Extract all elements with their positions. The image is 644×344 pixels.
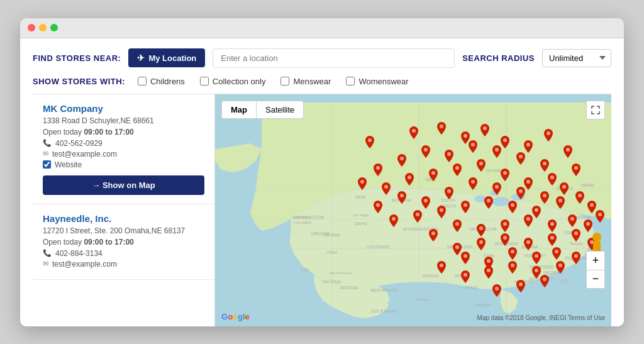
phone-icon: 📞: [43, 139, 52, 147]
store-hours-hayneedle: Open today 09:00 to 17:00: [43, 238, 204, 247]
radius-select[interactable]: Unlimited 10 km 25 km 50 km 100 km: [542, 49, 611, 67]
store-email-mk: test@example.com: [52, 150, 117, 158]
fullscreen-icon: [591, 106, 600, 114]
svg-text:KANSAS: KANSAS: [423, 274, 440, 278]
phone-icon-hayneedle: 📞: [43, 249, 52, 257]
filter-collection[interactable]: Collection only: [200, 77, 266, 86]
zoom-out-button[interactable]: −: [586, 270, 605, 289]
svg-text:COLORADO: COLORADO: [367, 244, 390, 248]
store-email-row-hayneedle: ✉ test@example.com: [43, 260, 204, 269]
filter-collection-label: Collection only: [213, 77, 266, 86]
zoom-in-button[interactable]: +: [586, 251, 605, 270]
find-label: FIND STORES NEAR:: [33, 53, 121, 63]
svg-text:IOWA: IOWA: [484, 253, 495, 257]
svg-text:SASK: SASK: [355, 194, 367, 199]
svg-text:Gulf of Mexico: Gulf of Mexico: [371, 308, 397, 313]
map-fullscreen-button[interactable]: [586, 101, 605, 119]
google-logo: Google: [221, 312, 250, 321]
svg-text:TEXAS: TEXAS: [465, 285, 479, 289]
svg-text:S.C.: S.C.: [561, 279, 569, 284]
svg-text:SOUTH: SOUTH: [423, 226, 438, 231]
svg-text:BRITISH: BRITISH: [296, 216, 309, 219]
svg-text:Las Vegas: Las Vegas: [353, 213, 369, 216]
checkbox-group: Childrens Collection only Menswear Women…: [138, 77, 409, 86]
store-website-label-mk: Website: [55, 160, 82, 169]
map-tabs: Map Satellite: [221, 101, 304, 119]
svg-point-1: [492, 197, 509, 206]
store-website-checkbox-mk[interactable]: [43, 160, 51, 169]
svg-text:ARIZONA: ARIZONA: [340, 285, 358, 289]
store-website-row-mk: Website: [43, 160, 204, 169]
svg-text:LOS: LOS: [301, 267, 310, 272]
filter-menswear[interactable]: Menswear: [280, 77, 331, 86]
svg-text:Montreal: Montreal: [574, 215, 590, 219]
show-stores-label: SHOW STORES WITH:: [33, 77, 125, 86]
svg-text:SOUTH: SOUTH: [441, 197, 455, 202]
store-name-mk: MK Company: [43, 103, 204, 114]
filter-womenswear[interactable]: Womenswear: [346, 77, 408, 86]
store-address-mk: 1338 Road D Schuyler,NE 68661: [43, 116, 204, 125]
location-arrow-icon: ✈: [137, 53, 145, 63]
svg-text:WYOMING: WYOMING: [403, 226, 423, 231]
my-location-button[interactable]: ✈ My Location: [128, 48, 205, 67]
map-tab-satellite[interactable]: Satellite: [256, 101, 304, 119]
svg-text:UTAH: UTAH: [326, 250, 337, 254]
svg-text:ALABAMA: ALABAMA: [514, 279, 534, 284]
minimize-dot[interactable]: [39, 24, 47, 31]
svg-text:DAKOTA: DAKOTA: [440, 203, 457, 208]
map-area[interactable]: NEBRASKA WYOMING COLORADO UTAH NEVADA LO…: [215, 94, 611, 326]
show-on-map-button-mk[interactable]: → Show on Map: [43, 175, 204, 195]
map-zoom-controls: + −: [586, 251, 605, 289]
email-icon-hayneedle: ✉: [43, 260, 48, 268]
filter-womenswear-checkbox[interactable]: [346, 77, 355, 86]
close-dot[interactable]: [28, 24, 35, 31]
store-phone-row-hayneedle: 📞 402-884-3134: [43, 249, 204, 258]
store-address-hayneedle: 12720 I Street, Ste. 200 Omaha,NE 68137: [43, 226, 204, 235]
filter-menswear-label: Menswear: [293, 77, 331, 86]
svg-text:San Diego: San Diego: [322, 279, 341, 284]
titlebar: [20, 18, 624, 38]
main-content: FIND STORES NEAR: ✈ My Location SEARCH R…: [20, 38, 624, 326]
svg-text:OREGON: OREGON: [311, 231, 329, 236]
location-input[interactable]: [213, 48, 455, 68]
store-name-hayneedle: Hayneedle, Inc.: [43, 213, 204, 224]
store-phone-row-mk: 📞 402-562-0929: [43, 139, 204, 148]
svg-point-134: [592, 233, 601, 241]
svg-text:MANI: MANI: [426, 177, 436, 182]
filter-menswear-checkbox[interactable]: [280, 77, 289, 86]
store-phone-mk: 402-562-0929: [55, 139, 103, 148]
svg-point-4: [490, 190, 499, 196]
main-area: MK Company 1338 Road D Schuyler,NE 68661…: [33, 94, 611, 326]
svg-text:COLUMBIA: COLUMBIA: [293, 220, 311, 224]
svg-text:Ottawa: Ottawa: [564, 230, 577, 234]
svg-text:MINNESOTA: MINNESOTA: [469, 226, 497, 231]
maximize-dot[interactable]: [50, 24, 58, 31]
svg-text:IDAHO: IDAHO: [354, 221, 367, 225]
show-on-map-label-mk: → Show on Map: [92, 180, 155, 190]
map-svg: NEBRASKA WYOMING COLORADO UTAH NEVADA LO…: [215, 94, 611, 326]
top-bar: FIND STORES NEAR: ✈ My Location SEARCH R…: [33, 48, 611, 68]
map-tab-map[interactable]: Map: [221, 101, 256, 119]
traffic-lights: [28, 24, 58, 31]
svg-text:INDIANA: INDIANA: [521, 244, 538, 248]
filter-collection-checkbox[interactable]: [200, 77, 209, 86]
svg-text:Houston: Houston: [475, 302, 491, 307]
show-stores-bar: SHOW STORES WITH: Childrens Collection o…: [33, 77, 611, 86]
filter-childrens-checkbox[interactable]: [138, 77, 147, 86]
svg-text:TENNESSEE: TENNESSEE: [529, 265, 554, 269]
search-radius-label: SEARCH RADIUS: [462, 53, 535, 63]
my-location-label: My Location: [148, 53, 196, 63]
svg-text:WISCONSIN: WISCONSIN: [495, 241, 519, 246]
filter-childrens[interactable]: Childrens: [138, 77, 185, 86]
map-attribution: Map data ©2018 Google, INEGI Terms of Us…: [477, 314, 605, 321]
filter-childrens-label: Childrens: [150, 77, 185, 86]
svg-text:NEBRASKA: NEBRASKA: [447, 243, 472, 249]
svg-point-5: [263, 174, 272, 194]
svg-text:Houston: Houston: [416, 297, 429, 301]
svg-text:QUEBEC: QUEBEC: [556, 186, 574, 191]
svg-point-2: [511, 193, 525, 200]
app-window: FIND STORES NEAR: ✈ My Location SEARCH R…: [20, 18, 624, 326]
filter-womenswear-label: Womenswear: [358, 77, 408, 86]
store-card-hayneedle: Hayneedle, Inc. 12720 I Street, Ste. 200…: [33, 204, 214, 280]
svg-text:NEW MEXICO: NEW MEXICO: [370, 288, 397, 292]
